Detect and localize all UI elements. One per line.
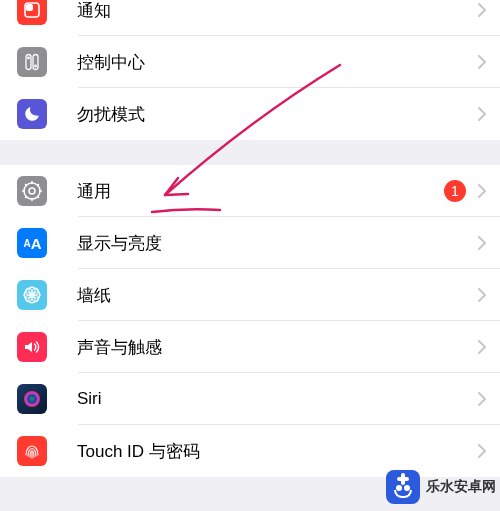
chevron-right-icon [478,3,486,17]
watermark-icon [386,470,420,504]
chevron-right-icon [478,444,486,458]
siri-icon [17,384,47,414]
group-separator [0,140,500,165]
notifications-icon [17,0,47,25]
row-label: 通知 [77,0,478,22]
svg-point-3 [27,57,30,60]
row-sounds-haptics[interactable]: 声音与触感 [0,321,500,373]
row-label: Touch ID 与密码 [77,440,478,463]
do-not-disturb-icon [17,99,47,129]
row-control-center[interactable]: 控制中心 [0,36,500,88]
row-label: 通用 [77,180,444,203]
wallpaper-icon [17,280,47,310]
sounds-haptics-icon [17,332,47,362]
svg-rect-1 [26,4,33,11]
row-label: 勿扰模式 [77,103,478,126]
chevron-right-icon [478,288,486,302]
notification-badge: 1 [444,180,466,202]
row-display-brightness[interactable]: AA 显示与亮度 [0,217,500,269]
chevron-right-icon [478,392,486,406]
chevron-right-icon [478,107,486,121]
watermark-text: 乐水安卓网 [426,478,496,496]
row-general[interactable]: 通用 1 [0,165,500,217]
row-label: 声音与触感 [77,336,478,359]
row-notifications[interactable]: 通知 [0,0,500,36]
chevron-right-icon [478,55,486,69]
svg-point-5 [34,65,37,68]
svg-point-25 [30,293,34,297]
chevron-right-icon [478,236,486,250]
general-icon [17,176,47,206]
row-siri[interactable]: Siri [0,373,500,425]
display-brightness-icon: AA [17,228,47,258]
watermark: 乐水安卓网 [386,467,496,507]
chevron-right-icon [478,184,486,198]
row-label: Siri [77,389,478,409]
control-center-icon [17,47,47,77]
settings-group-1: 通知 控制中心 勿扰模式 [0,0,500,140]
svg-point-27 [27,394,37,404]
touch-id-icon [17,436,47,466]
row-wallpaper[interactable]: 墙纸 [0,269,500,321]
row-label: 显示与亮度 [77,232,478,255]
settings-group-2: 通用 1 AA 显示与亮度 墙纸 声音与触感 [0,165,500,477]
row-label: 控制中心 [77,51,478,74]
svg-point-7 [29,188,35,194]
row-label: 墙纸 [77,284,478,307]
chevron-right-icon [478,340,486,354]
row-do-not-disturb[interactable]: 勿扰模式 [0,88,500,140]
